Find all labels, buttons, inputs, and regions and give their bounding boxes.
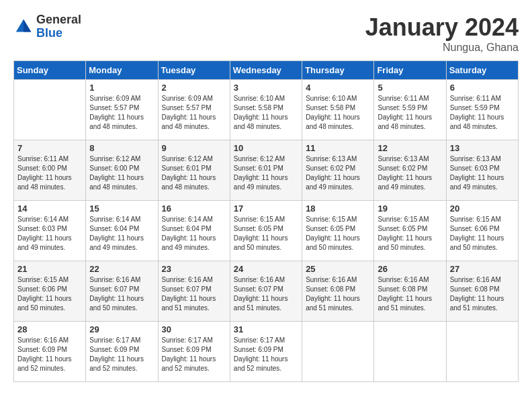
cell-content: Sunrise: 6:15 AM Sunset: 6:05 PM Dayligh… <box>306 215 370 253</box>
calendar-cell: 3Sunrise: 6:10 AM Sunset: 5:58 PM Daylig… <box>230 80 302 140</box>
calendar-cell: 8Sunrise: 6:12 AM Sunset: 6:00 PM Daylig… <box>86 140 158 201</box>
month-title: January 2024 <box>365 13 519 42</box>
day-number: 3 <box>234 83 298 93</box>
calendar-cell: 31Sunrise: 6:17 AM Sunset: 6:09 PM Dayli… <box>230 322 302 382</box>
week-row-1: 1Sunrise: 6:09 AM Sunset: 5:57 PM Daylig… <box>14 80 519 140</box>
calendar-cell: 14Sunrise: 6:14 AM Sunset: 6:03 PM Dayli… <box>14 201 86 261</box>
cell-content: Sunrise: 6:15 AM Sunset: 6:06 PM Dayligh… <box>17 275 82 313</box>
calendar-cell: 26Sunrise: 6:16 AM Sunset: 6:08 PM Dayli… <box>374 261 446 322</box>
calendar-cell: 5Sunrise: 6:11 AM Sunset: 5:59 PM Daylig… <box>374 80 446 140</box>
calendar-body: 1Sunrise: 6:09 AM Sunset: 5:57 PM Daylig… <box>14 80 519 382</box>
day-number: 2 <box>162 83 226 93</box>
calendar-cell: 13Sunrise: 6:13 AM Sunset: 6:03 PM Dayli… <box>446 140 518 201</box>
calendar-cell: 23Sunrise: 6:16 AM Sunset: 6:07 PM Dayli… <box>158 261 230 322</box>
calendar-cell <box>14 80 86 140</box>
calendar-cell: 20Sunrise: 6:15 AM Sunset: 6:06 PM Dayli… <box>446 201 518 261</box>
day-number: 4 <box>306 83 370 93</box>
cell-content: Sunrise: 6:10 AM Sunset: 5:58 PM Dayligh… <box>306 94 370 132</box>
calendar-cell: 22Sunrise: 6:16 AM Sunset: 6:07 PM Dayli… <box>86 261 158 322</box>
calendar-cell: 18Sunrise: 6:15 AM Sunset: 6:05 PM Dayli… <box>302 201 374 261</box>
location-text: Nungua, Ghana <box>365 42 519 54</box>
cell-content: Sunrise: 6:10 AM Sunset: 5:58 PM Dayligh… <box>234 94 298 132</box>
cell-content: Sunrise: 6:16 AM Sunset: 6:07 PM Dayligh… <box>162 275 226 313</box>
header-cell-tuesday: Tuesday <box>158 61 230 80</box>
cell-content: Sunrise: 6:17 AM Sunset: 6:09 PM Dayligh… <box>234 336 298 373</box>
day-number: 22 <box>89 264 154 274</box>
cell-content: Sunrise: 6:16 AM Sunset: 6:08 PM Dayligh… <box>378 275 442 313</box>
cell-content: Sunrise: 6:16 AM Sunset: 6:09 PM Dayligh… <box>17 336 82 373</box>
day-number: 20 <box>450 203 515 214</box>
calendar-cell: 12Sunrise: 6:13 AM Sunset: 6:02 PM Dayli… <box>374 140 446 201</box>
cell-content: Sunrise: 6:16 AM Sunset: 6:07 PM Dayligh… <box>234 275 298 313</box>
day-number: 18 <box>306 203 370 214</box>
day-number: 19 <box>378 203 442 214</box>
calendar-cell: 19Sunrise: 6:15 AM Sunset: 6:05 PM Dayli… <box>374 201 446 261</box>
logo: General Blue <box>13 13 81 40</box>
calendar-cell: 17Sunrise: 6:15 AM Sunset: 6:05 PM Dayli… <box>230 201 302 261</box>
calendar-cell: 27Sunrise: 6:16 AM Sunset: 6:08 PM Dayli… <box>446 261 518 322</box>
day-number: 7 <box>17 143 82 153</box>
day-number: 1 <box>89 83 154 93</box>
cell-content: Sunrise: 6:09 AM Sunset: 5:57 PM Dayligh… <box>162 94 226 132</box>
calendar-cell: 30Sunrise: 6:17 AM Sunset: 6:09 PM Dayli… <box>158 322 230 382</box>
calendar-header: SundayMondayTuesdayWednesdayThursdayFrid… <box>14 61 519 80</box>
day-number: 28 <box>17 324 82 334</box>
week-row-3: 14Sunrise: 6:14 AM Sunset: 6:03 PM Dayli… <box>14 201 519 261</box>
cell-content: Sunrise: 6:13 AM Sunset: 6:02 PM Dayligh… <box>378 154 442 192</box>
cell-content: Sunrise: 6:11 AM Sunset: 6:00 PM Dayligh… <box>17 154 82 192</box>
header-row: SundayMondayTuesdayWednesdayThursdayFrid… <box>14 61 519 80</box>
cell-content: Sunrise: 6:12 AM Sunset: 6:01 PM Dayligh… <box>162 154 226 192</box>
calendar-cell <box>446 322 518 382</box>
title-block: January 2024 Nungua, Ghana <box>365 13 519 54</box>
calendar-cell: 25Sunrise: 6:16 AM Sunset: 6:08 PM Dayli… <box>302 261 374 322</box>
day-number: 5 <box>378 83 442 93</box>
logo-text: General Blue <box>36 13 81 40</box>
calendar-cell <box>374 322 446 382</box>
day-number: 26 <box>378 264 442 274</box>
cell-content: Sunrise: 6:12 AM Sunset: 6:00 PM Dayligh… <box>89 154 154 192</box>
day-number: 17 <box>234 203 298 214</box>
calendar-cell: 9Sunrise: 6:12 AM Sunset: 6:01 PM Daylig… <box>158 140 230 201</box>
calendar-cell: 24Sunrise: 6:16 AM Sunset: 6:07 PM Dayli… <box>230 261 302 322</box>
logo-general-text: General <box>36 13 81 27</box>
calendar-cell: 4Sunrise: 6:10 AM Sunset: 5:58 PM Daylig… <box>302 80 374 140</box>
calendar-cell: 7Sunrise: 6:11 AM Sunset: 6:00 PM Daylig… <box>14 140 86 201</box>
calendar-cell: 15Sunrise: 6:14 AM Sunset: 6:04 PM Dayli… <box>86 201 158 261</box>
header-cell-monday: Monday <box>86 61 158 80</box>
calendar-cell: 29Sunrise: 6:17 AM Sunset: 6:09 PM Dayli… <box>86 322 158 382</box>
day-number: 13 <box>450 143 515 153</box>
week-row-5: 28Sunrise: 6:16 AM Sunset: 6:09 PM Dayli… <box>14 322 519 382</box>
cell-content: Sunrise: 6:11 AM Sunset: 5:59 PM Dayligh… <box>378 94 442 132</box>
cell-content: Sunrise: 6:15 AM Sunset: 6:05 PM Dayligh… <box>378 215 442 253</box>
day-number: 31 <box>234 324 298 334</box>
header-cell-sunday: Sunday <box>14 61 86 80</box>
day-number: 10 <box>234 143 298 153</box>
day-number: 21 <box>17 264 82 274</box>
cell-content: Sunrise: 6:14 AM Sunset: 6:04 PM Dayligh… <box>89 215 154 253</box>
calendar-table: SundayMondayTuesdayWednesdayThursdayFrid… <box>13 60 519 382</box>
cell-content: Sunrise: 6:16 AM Sunset: 6:07 PM Dayligh… <box>89 275 154 313</box>
day-number: 27 <box>450 264 515 274</box>
calendar-cell: 11Sunrise: 6:13 AM Sunset: 6:02 PM Dayli… <box>302 140 374 201</box>
day-number: 8 <box>89 143 154 153</box>
day-number: 24 <box>234 264 298 274</box>
svg-marker-1 <box>24 19 31 32</box>
day-number: 23 <box>162 264 226 274</box>
week-row-4: 21Sunrise: 6:15 AM Sunset: 6:06 PM Dayli… <box>14 261 519 322</box>
header-cell-thursday: Thursday <box>302 61 374 80</box>
day-number: 25 <box>306 264 370 274</box>
day-number: 12 <box>378 143 442 153</box>
cell-content: Sunrise: 6:16 AM Sunset: 6:08 PM Dayligh… <box>306 275 370 313</box>
cell-content: Sunrise: 6:14 AM Sunset: 6:03 PM Dayligh… <box>17 215 82 253</box>
day-number: 11 <box>306 143 370 153</box>
page-header: General Blue January 2024 Nungua, Ghana <box>13 13 519 54</box>
calendar-cell: 10Sunrise: 6:12 AM Sunset: 6:01 PM Dayli… <box>230 140 302 201</box>
cell-content: Sunrise: 6:15 AM Sunset: 6:05 PM Dayligh… <box>234 215 298 253</box>
calendar-cell: 2Sunrise: 6:09 AM Sunset: 5:57 PM Daylig… <box>158 80 230 140</box>
calendar-cell: 1Sunrise: 6:09 AM Sunset: 5:57 PM Daylig… <box>86 80 158 140</box>
cell-content: Sunrise: 6:14 AM Sunset: 6:04 PM Dayligh… <box>162 215 226 253</box>
cell-content: Sunrise: 6:13 AM Sunset: 6:03 PM Dayligh… <box>450 154 515 192</box>
cell-content: Sunrise: 6:09 AM Sunset: 5:57 PM Dayligh… <box>89 94 154 132</box>
cell-content: Sunrise: 6:13 AM Sunset: 6:02 PM Dayligh… <box>306 154 370 192</box>
header-cell-saturday: Saturday <box>446 61 518 80</box>
